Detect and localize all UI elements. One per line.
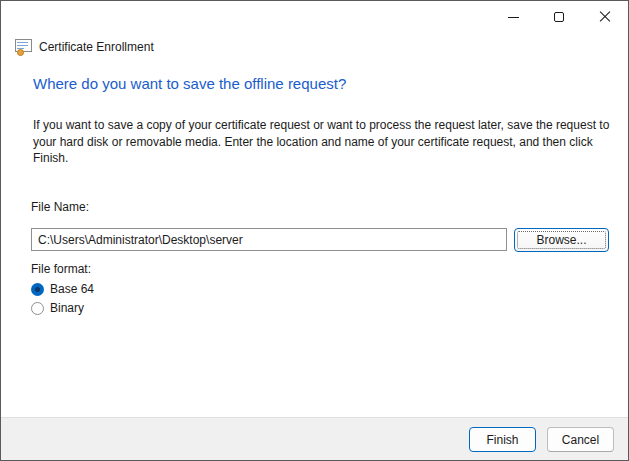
minimize-icon [508,17,519,18]
browse-button[interactable]: Browse... [514,228,609,252]
file-format-label: File format: [31,262,91,276]
minimize-button[interactable] [490,1,536,33]
maximize-button[interactable] [536,1,582,33]
titlebar [1,1,628,33]
close-icon [599,11,611,23]
certificate-icon [15,39,32,54]
radio-binary-icon [31,302,44,315]
page-description: If you want to save a copy of your certi… [33,117,611,167]
cancel-button[interactable]: Cancel [547,427,614,452]
file-name-input[interactable] [31,228,507,251]
app-title: Certificate Enrollment [39,40,154,54]
page-title: Where do you want to save the offline re… [33,75,346,92]
radio-base64-icon [31,283,44,296]
footer-bar: Finish Cancel [1,417,628,460]
finish-button[interactable]: Finish [469,427,536,452]
radio-base64-label: Base 64 [50,282,94,296]
certificate-enrollment-dialog: Certificate Enrollment Where do you want… [0,0,629,461]
app-header: Certificate Enrollment [15,39,154,54]
radio-binary[interactable]: Binary [31,301,84,315]
radio-binary-label: Binary [50,301,84,315]
file-name-label: File Name: [31,200,89,214]
maximize-icon [554,12,564,22]
radio-base64[interactable]: Base 64 [31,282,94,296]
close-button[interactable] [582,1,628,33]
